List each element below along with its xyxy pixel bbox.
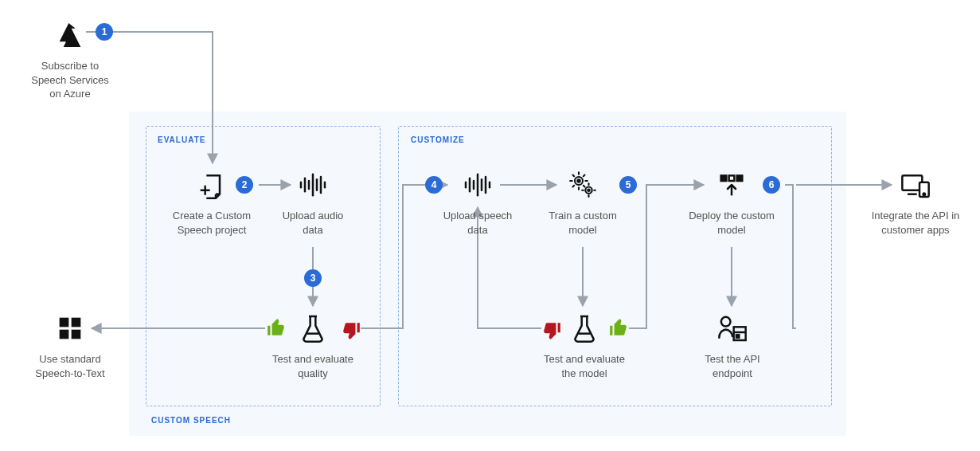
node-train-model: Train a custom model (541, 167, 624, 237)
gears-icon (565, 167, 600, 202)
devices-icon (898, 167, 933, 202)
custom-speech-panel-label: CUSTOM SPEECH (151, 416, 231, 425)
svg-point-20 (577, 179, 580, 182)
svg-line-28 (584, 175, 585, 177)
node-subscribe-label: Subscribe to Speech Services on Azure (26, 59, 114, 101)
api-test-icon (715, 311, 750, 346)
svg-rect-1 (72, 318, 81, 327)
node-deploy-model: Deploy the custom model (688, 167, 775, 237)
node-train-model-label: Train a custom model (541, 209, 624, 237)
node-test-model-label: Test and evaluate the model (538, 352, 631, 380)
flask-icon (295, 311, 330, 346)
node-upload-speech: Upload speech data (439, 167, 516, 237)
svg-line-25 (573, 175, 575, 177)
node-create-project: Create a Custom Speech project (164, 167, 260, 237)
new-project-icon (194, 167, 229, 202)
node-deploy-model-label: Deploy the custom model (688, 209, 775, 237)
step-badge-3: 3 (304, 269, 322, 287)
audio-wave-icon (295, 167, 330, 202)
svg-rect-37 (729, 175, 735, 181)
node-test-endpoint: Test the API endpoint (693, 311, 772, 380)
thumb-up-icon (266, 317, 287, 338)
audio-wave-icon (460, 167, 495, 202)
svg-rect-0 (60, 318, 69, 327)
svg-rect-36 (721, 175, 727, 181)
svg-line-27 (573, 186, 575, 187)
deploy-icon (714, 167, 749, 202)
svg-point-47 (923, 193, 926, 195)
svg-point-40 (721, 317, 731, 327)
azure-logo-icon (53, 18, 88, 53)
node-use-standard: Use standard Speech-to-Text (22, 311, 118, 380)
flask-icon (567, 311, 602, 346)
thumb-down-icon (541, 320, 562, 341)
thumb-down-icon (341, 320, 361, 341)
node-test-quality-label: Test and evaluate quality (267, 352, 359, 380)
node-integrate: Integrate the API in customer apps (868, 167, 963, 237)
evaluate-box-label: EVALUATE (158, 135, 205, 144)
node-upload-audio: Upload audio data (277, 167, 349, 237)
svg-line-26 (584, 186, 585, 187)
node-integrate-label: Integrate the API in customer apps (868, 209, 963, 237)
node-create-project-label: Create a Custom Speech project (164, 209, 260, 237)
svg-point-30 (588, 189, 590, 191)
thumb-up-icon (608, 317, 629, 338)
svg-rect-3 (72, 330, 81, 339)
svg-rect-43 (736, 335, 739, 337)
customize-box-label: CUSTOMIZE (411, 135, 465, 144)
node-use-standard-label: Use standard Speech-to-Text (22, 352, 118, 380)
svg-rect-38 (737, 175, 743, 181)
windows-squares-icon (53, 311, 88, 346)
node-upload-speech-label: Upload speech data (439, 209, 516, 237)
node-upload-audio-label: Upload audio data (277, 209, 349, 237)
node-subscribe: Subscribe to Speech Services on Azure (26, 18, 114, 101)
node-test-endpoint-label: Test the API endpoint (693, 352, 772, 380)
svg-rect-2 (60, 330, 69, 339)
